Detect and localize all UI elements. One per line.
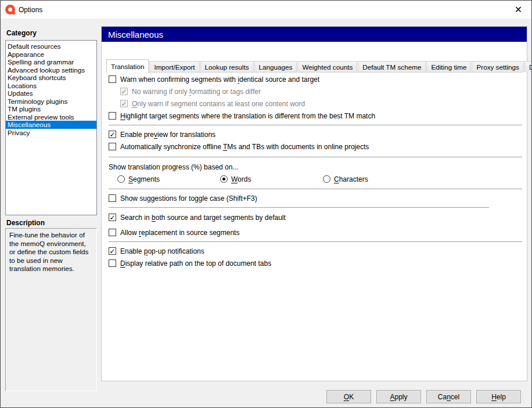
tab-lookup-results[interactable]: Lookup results — [200, 61, 254, 72]
category-item-locations[interactable]: Locations — [6, 82, 96, 90]
cancel-button[interactable]: Cancel — [426, 390, 471, 403]
tab-discussions[interactable]: Discussions — [524, 61, 532, 72]
radio-characters-input[interactable] — [323, 175, 330, 183]
checkbox-display-relative-path-on[interactable] — [109, 259, 116, 267]
page-title: Miscellaneous — [102, 27, 527, 42]
label-text: pply — [395, 393, 408, 401]
label-text: haracters — [339, 175, 368, 183]
checkbox-show-suggestions-for-toggle[interactable] — [109, 194, 116, 202]
category-item-advanced-lookup-settings[interactable]: Advanced lookup settings — [6, 66, 96, 74]
checkbox-row-allow-replacement-in-source[interactable]: Allow replacement in source segments — [102, 226, 527, 239]
checkbox-label-warn-when-confirming-segments: Warn when confirming segments with ident… — [120, 75, 319, 84]
checkbox-row-display-relative-path-on[interactable]: Display relative path on the top of docu… — [102, 257, 527, 269]
checkbox-row-highlight-target-segments-where[interactable]: Highlight target segments where the tran… — [102, 110, 527, 122]
label-text: eplacement in source segments — [141, 229, 239, 237]
section-divider — [109, 125, 522, 125]
mnemonic-letter: H — [491, 393, 497, 401]
dialog-buttons: OKApplyCancelHelp — [326, 390, 521, 403]
label-text: Show translation progress (%) based on..… — [109, 163, 238, 171]
category-item-default-resources[interactable]: Default resources — [6, 42, 96, 50]
radio-option-words[interactable]: Words — [220, 175, 323, 183]
category-item-tm-plugins[interactable]: TM plugins — [6, 105, 96, 113]
tab-translation[interactable]: Translation — [106, 59, 149, 73]
label-text: Ca — [438, 393, 447, 401]
tab-strip: TranslationImport/ExportLookup resultsLa… — [106, 59, 523, 73]
label-text: dentical source and target — [239, 75, 319, 84]
label-text: Warn when confirming segments with — [120, 75, 238, 84]
checkbox-warn-when-confirming-segments[interactable] — [109, 75, 116, 83]
label-text: ormatting or tags differ — [191, 88, 261, 96]
radio-option-segments[interactable]: Segments — [117, 175, 220, 183]
mnemonic-letter: A — [390, 393, 394, 401]
tab-languages[interactable]: Languages — [254, 61, 297, 72]
options-dialog: Options ✕ Category Default resourcesAppe… — [0, 0, 532, 408]
checkbox-row-automatically-synchronize-offline-tms[interactable]: Automatically synchronize offline TMs an… — [102, 140, 527, 153]
close-icon[interactable]: ✕ — [505, 1, 531, 19]
ok-button-label: OK — [344, 393, 354, 401]
checkbox-search-in-both-source[interactable]: ✓ — [109, 214, 116, 221]
checkbox-only-warn-if-segment: ✓ — [120, 100, 128, 107]
checkbox-allow-replacement-in-source[interactable] — [109, 229, 116, 236]
checkbox-row-show-suggestions-for-toggle[interactable]: Show suggestions for toggle case (Shift+… — [102, 192, 527, 204]
apply-button[interactable]: Apply — [376, 390, 421, 403]
checkbox-automatically-synchronize-offline-tms[interactable] — [109, 143, 116, 150]
apply-button-label: Apply — [390, 393, 407, 401]
checkbox-enable-preview-for-translations[interactable]: ✓ — [109, 131, 116, 138]
tab-default-tm-scheme[interactable]: Default TM scheme — [358, 61, 426, 72]
radio-segments-input[interactable] — [117, 175, 125, 183]
tab-page-translation: Warn when confirming segments with ident… — [102, 72, 527, 381]
tab-proxy-settings[interactable]: Proxy settings — [472, 61, 523, 72]
section-divider — [109, 157, 522, 157]
category-item-spelling-and-grammar[interactable]: Spelling and grammar — [6, 58, 96, 66]
checkbox-enable-pop-up-notifications[interactable]: ✓ — [109, 247, 116, 255]
mnemonic-letter: C — [334, 175, 339, 183]
checkbox-label-no-warning-if-only: No warning if only formatting or tags di… — [132, 88, 261, 96]
tab-editing-time[interactable]: Editing time — [426, 61, 471, 72]
label-text: Enable — [120, 247, 144, 255]
category-item-appearance[interactable]: Appearance — [6, 50, 96, 59]
checkbox-row-enable-preview-for-translations[interactable]: ✓Enable preview for translations — [102, 128, 527, 140]
radio-option-characters[interactable]: Characters — [323, 175, 426, 183]
mnemonic-letter: O — [132, 100, 137, 108]
ok-button[interactable]: OK — [326, 390, 371, 403]
label-text: ighlight target segments where the trans… — [125, 112, 375, 120]
title-bar: Options ✕ — [1, 1, 531, 19]
label-text: K — [349, 393, 354, 401]
category-item-terminology-plugins[interactable]: Terminology plugins — [6, 98, 96, 106]
radio-dot — [222, 178, 225, 180]
window-title: Options — [19, 6, 42, 14]
category-item-keyboard-shortcuts[interactable]: Keyboard shortcuts — [6, 74, 96, 82]
category-item-privacy[interactable]: Privacy — [6, 129, 96, 137]
progress-basis-radio-group: SegmentsWordsCharacters — [102, 173, 527, 185]
tab-weighted-counts[interactable]: Weighted counts — [297, 61, 357, 72]
checkbox-label-highlight-target-segments-where: Highlight target segments where the tran… — [120, 112, 375, 120]
checkbox-row-warn-when-confirming-segments[interactable]: Warn when confirming segments with ident… — [102, 73, 527, 85]
checkbox-label-display-relative-path-on: Display relative path on the top of docu… — [120, 259, 271, 268]
label-text: isplay relative path on the top of docum… — [125, 259, 272, 268]
label-text: Search in — [120, 214, 152, 222]
progress-basis-label: Show translation progress (%) based on..… — [109, 163, 238, 171]
checkbox-row-no-warning-if-only[interactable]: ✓No warning if only formatting or tags d… — [102, 85, 527, 98]
label-text: egments — [133, 175, 160, 183]
checkbox-row-search-in-both-source[interactable]: ✓Search in both source and target segmen… — [102, 211, 527, 223]
label-text: Allow — [120, 229, 139, 237]
category-item-external-preview-tools[interactable]: External preview tools — [6, 113, 96, 121]
memoq-logo-icon — [5, 5, 15, 15]
category-item-updates[interactable]: Updates — [6, 89, 96, 98]
checkbox-row-only-warn-if-segment[interactable]: ✓Only warn if segment contains at least … — [102, 98, 527, 110]
section-divider — [109, 241, 522, 242]
help-button[interactable]: Help — [476, 390, 521, 403]
help-button-label: Help — [491, 393, 506, 401]
radio-words-input[interactable] — [220, 175, 228, 183]
checkbox-highlight-target-segments-where[interactable] — [109, 112, 116, 120]
category-label: Category — [6, 29, 37, 37]
mnemonic-letter: H — [120, 112, 125, 120]
mnemonic-letter: W — [231, 175, 238, 183]
checkbox-row-enable-pop-up-notifications[interactable]: ✓Enable pop-up notifications — [102, 245, 527, 257]
tab-import-export[interactable]: Import/Export — [149, 61, 199, 72]
category-item-miscellaneous[interactable]: Miscellaneous — [6, 121, 96, 129]
label-text: No warning if only — [132, 88, 189, 96]
radio-label-segments: Segments — [128, 175, 160, 183]
mnemonic-letter: O — [344, 393, 349, 401]
category-listbox[interactable]: Default resourcesAppearanceSpelling and … — [5, 40, 97, 215]
